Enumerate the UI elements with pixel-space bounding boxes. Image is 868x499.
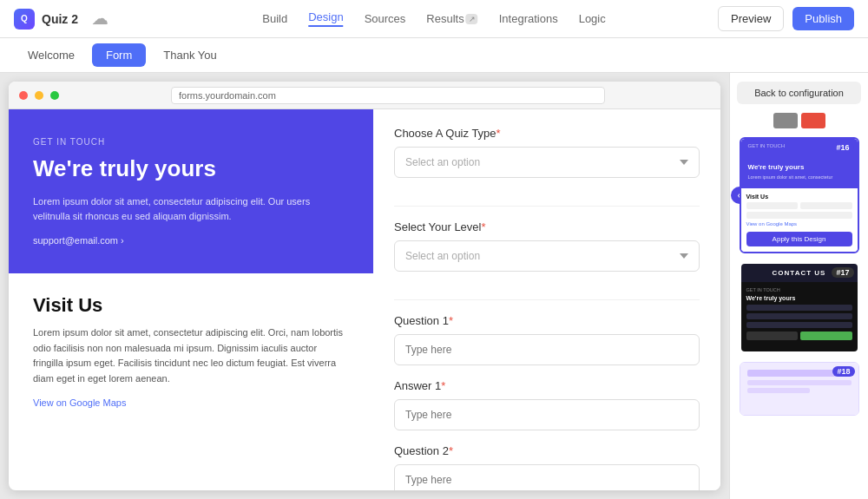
- hero-eyebrow: GET IN TOUCH: [33, 137, 349, 147]
- browser-bar: forms.yourdomain.com: [9, 82, 720, 109]
- hero-title: We're truly yours: [33, 155, 349, 182]
- quiz-type-label: Choose A Quiz Type*: [394, 127, 700, 140]
- form-group-question1: Question 1*: [394, 314, 700, 365]
- card17-subtitle: We're truly yours: [746, 295, 852, 301]
- left-panel: GET IN TOUCH We're truly yours Lorem ips…: [9, 109, 373, 490]
- template-card-18-wrapper: #18: [740, 362, 859, 416]
- form-group-level: Select Your Level* Select an option: [394, 220, 700, 286]
- form-group-question2: Question 2*: [394, 444, 700, 490]
- nav-build[interactable]: Build: [262, 12, 287, 25]
- divider-1: [394, 206, 700, 207]
- card16-badge: #16: [832, 142, 853, 153]
- card16-link: View on Google Maps: [746, 221, 852, 227]
- nav-design[interactable]: Design: [308, 10, 343, 27]
- logo-icon: Q: [14, 9, 35, 30]
- form-group-answer1: Answer 1*: [394, 379, 700, 430]
- question2-label: Question 2*: [394, 444, 700, 457]
- card17-btn-row: [746, 332, 852, 340]
- top-nav: Q Quiz 2 ☁ Build Design Sources Results↗…: [0, 0, 868, 38]
- question2-input[interactable]: [394, 464, 700, 490]
- divider-2: [394, 299, 700, 300]
- card16-input-1: [746, 202, 799, 209]
- card16-input-2: [800, 202, 852, 209]
- nav-sources[interactable]: Sources: [365, 12, 406, 25]
- card17-input-2: [746, 313, 852, 319]
- apply-design-16-button[interactable]: Apply this Design: [746, 232, 852, 246]
- card18-line-3: [747, 388, 810, 393]
- right-form-panel: Choose A Quiz Type* Select an option Sel…: [373, 109, 720, 490]
- template-card-17-wrapper: #17 CONTACT US GET IN TOUCH We're truly …: [740, 262, 859, 353]
- form-group-quiz-type: Choose A Quiz Type* Select an option: [394, 127, 700, 192]
- template-card-16[interactable]: #16 GET IN TOUCH We're truly yours Lorem…: [740, 137, 859, 253]
- card16-input-3: [746, 212, 852, 219]
- cloud-icon: ☁: [92, 10, 108, 29]
- tab-thankyou[interactable]: Thank You: [149, 43, 230, 67]
- card16-desc: Lorem ipsum dolor sit amet, consectetur: [748, 174, 851, 181]
- card17-btn-2: [800, 332, 852, 340]
- maps-link[interactable]: View on Google Maps: [33, 397, 349, 408]
- card17-btn-1: [746, 332, 799, 340]
- card16-eyebrow: GET IN TOUCH: [748, 143, 786, 148]
- hero-email[interactable]: support@email.com ›: [33, 235, 349, 246]
- card16-white-body: Visit Us View on Google Maps Apply this …: [741, 188, 858, 252]
- publish-button[interactable]: Publish: [792, 7, 854, 30]
- card17-label: GET IN TOUCH: [746, 287, 852, 292]
- sub-nav: Welcome Form Thank You: [0, 38, 868, 73]
- card17-body: GET IN TOUCH We're truly yours: [741, 282, 858, 351]
- quiz-type-select[interactable]: Select an option: [394, 147, 700, 178]
- question1-label: Question 1*: [394, 314, 700, 327]
- card16-title: We're truly yours: [748, 163, 851, 171]
- main-layout: forms.yourdomain.com GET IN TOUCH We're …: [0, 73, 868, 499]
- card17-input-1: [746, 305, 852, 311]
- nav-links: Build Design Sources Results↗ Integratio…: [262, 10, 605, 27]
- nav-results[interactable]: Results↗: [426, 12, 477, 25]
- browser-frame: forms.yourdomain.com GET IN TOUCH We're …: [9, 82, 720, 490]
- back-config-button[interactable]: Back to configuration: [737, 82, 861, 104]
- app-logo: Q Quiz 2 ☁: [14, 9, 108, 30]
- center-preview: forms.yourdomain.com GET IN TOUCH We're …: [0, 73, 729, 499]
- card16-visit: Visit Us: [746, 194, 852, 200]
- hero-section: GET IN TOUCH We're truly yours Lorem ips…: [9, 109, 373, 273]
- question1-input[interactable]: [394, 334, 700, 365]
- toggle-grid[interactable]: [773, 113, 798, 128]
- top-right-actions: Preview Publish: [718, 6, 854, 31]
- app-title: Quiz 2: [42, 12, 78, 26]
- results-badge: ↗: [466, 14, 478, 24]
- template-toggle: [773, 113, 825, 128]
- hero-description: Lorem ipsum dolor sit amet, consectetur …: [33, 194, 349, 223]
- visit-section: Visit Us Lorem ipsum dolor sit amet, con…: [9, 273, 373, 428]
- dot-green: [50, 91, 59, 100]
- form-content: GET IN TOUCH We're truly yours Lorem ips…: [9, 109, 720, 490]
- nav-integrations[interactable]: Integrations: [499, 12, 558, 25]
- preview-button[interactable]: Preview: [718, 6, 784, 31]
- tab-welcome[interactable]: Welcome: [14, 43, 89, 67]
- nav-logic[interactable]: Logic: [579, 12, 606, 25]
- tab-form[interactable]: Form: [92, 43, 146, 67]
- card17-badge: #17: [832, 267, 853, 278]
- card18-badge: #18: [832, 366, 854, 377]
- visit-description: Lorem ipsum dolor sit amet, consectetur …: [33, 325, 349, 386]
- template-card-16-wrapper: ‹ #16 GET IN TOUCH We're truly yours Lor…: [740, 137, 859, 253]
- template-card-17[interactable]: #17 CONTACT US GET IN TOUCH We're truly …: [740, 262, 859, 353]
- card17-input-3: [746, 322, 852, 328]
- visit-title: Visit Us: [33, 294, 349, 317]
- url-bar: forms.yourdomain.com: [171, 87, 605, 104]
- template-card-18[interactable]: #18: [740, 362, 859, 416]
- dot-yellow: [35, 91, 43, 100]
- toggle-list[interactable]: [801, 113, 825, 128]
- answer1-label: Answer 1*: [394, 379, 700, 392]
- dot-red: [19, 91, 28, 100]
- card16-purple-body: We're truly yours Lorem ipsum dolor sit …: [741, 163, 858, 188]
- level-select[interactable]: Select an option: [394, 240, 700, 272]
- answer1-input[interactable]: [394, 399, 700, 430]
- level-label: Select Your Level*: [394, 220, 700, 233]
- card18-line-2: [747, 380, 852, 385]
- right-sidebar: Back to configuration ‹ #16 GET IN TOUCH…: [729, 73, 868, 499]
- card16-inputs: [746, 202, 852, 209]
